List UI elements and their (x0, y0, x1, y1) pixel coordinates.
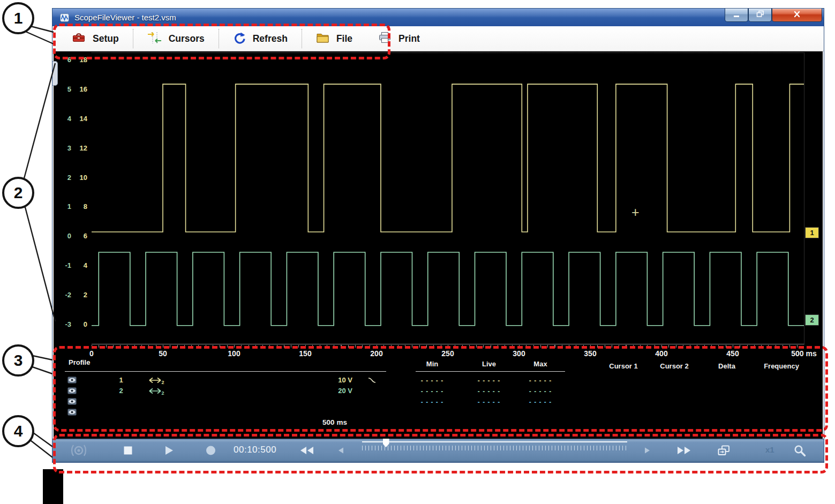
x-tick-label: 150 (299, 349, 311, 358)
toolbar-button-file[interactable]: File (303, 26, 365, 51)
stop-icon (124, 446, 132, 455)
y-tick-label: -1 (57, 262, 71, 269)
step-forward-button[interactable] (643, 447, 651, 455)
callout-1: 1 (2, 2, 34, 34)
title-bar[interactable]: ScopeFileViewer - test2.vsm (52, 9, 824, 26)
toolbar-separator (133, 29, 133, 48)
playback-toolbar: 00:10:500 x1 (52, 439, 824, 462)
y-tick-label: 0 (57, 232, 71, 240)
live-value: - - - - - (478, 388, 500, 395)
file-folder-icon (316, 32, 329, 46)
zoom-factor-label: x1 (765, 445, 774, 454)
toolbar-button-refresh[interactable]: Refresh (220, 26, 300, 51)
waveform-canvas (92, 53, 804, 344)
step-forward-icon (643, 447, 651, 455)
y-tick-label: 4 (73, 262, 87, 269)
minimize-button[interactable] (725, 9, 748, 22)
toolbar-button-label: Refresh (253, 33, 288, 44)
toolbar-button-label: Print (398, 33, 420, 44)
visibility-eye-icon[interactable] (67, 409, 77, 416)
toolbar-button-print[interactable]: Print (365, 26, 433, 51)
toolbar: SetupCursorsRefreshFilePrint (52, 26, 824, 51)
column-header-min: Min (426, 360, 438, 368)
test-lead-arrow-icon: 2 (148, 387, 166, 395)
values-divider-line (416, 371, 565, 372)
fast-forward-button[interactable] (676, 446, 691, 455)
x-tick-label: 200 (370, 349, 382, 358)
profile-row-3: - - - - -- - - - -- - - - - (54, 397, 823, 407)
toolbar-button-cursors[interactable]: Cursors (134, 26, 217, 51)
restore-button[interactable] (748, 9, 772, 22)
visibility-eye-icon[interactable] (67, 387, 77, 394)
x-axis-tick-marks (92, 345, 804, 348)
svg-text:2: 2 (162, 380, 164, 385)
channel-2-marker[interactable]: 2 (805, 314, 819, 326)
print-icon (378, 32, 392, 46)
scope-display: 6543210-1-2-3 181614121086420 + 05010015… (54, 51, 823, 439)
max-value: - - - - - (529, 388, 552, 395)
y-tick-label: -3 (57, 321, 71, 328)
toolbar-button-label: Setup (93, 33, 119, 44)
sweep-time: 500 ms (322, 418, 347, 426)
x-axis-labels: 050100150200250300350400450500 ms (92, 349, 804, 359)
y-tick-label: 14 (73, 115, 87, 123)
y-tick-label: 1 (57, 203, 71, 210)
crosshair-marker: + (631, 206, 640, 218)
test-lead-arrow-icon: 2 (148, 377, 166, 385)
column-header-delta: Delta (718, 362, 735, 370)
minimize-icon (733, 10, 740, 20)
callout-4-label: 4 (14, 422, 23, 440)
visibility-eye-icon[interactable] (67, 377, 77, 383)
y-tick-label: 10 (73, 174, 87, 182)
column-header-max: Max (533, 360, 547, 368)
timeline-slider[interactable] (362, 441, 627, 442)
fast-forward-icon (676, 446, 691, 455)
y-tick-label: 16 (73, 86, 87, 93)
channel-scale: 20 V (305, 387, 352, 395)
callout-4: 4 (2, 415, 34, 447)
close-button[interactable] (772, 9, 822, 22)
step-back-button[interactable] (337, 447, 345, 455)
rewind-button[interactable] (299, 446, 314, 455)
camera-button[interactable] (70, 443, 87, 457)
visibility-eye-icon[interactable] (67, 398, 77, 405)
play-button[interactable] (164, 446, 174, 456)
channel-1-marker[interactable]: 1 (805, 227, 819, 238)
record-button[interactable] (206, 446, 216, 456)
max-value: - - - - - (529, 398, 552, 406)
y-tick-label: 3 (57, 145, 71, 152)
time-display: 00:10:500 (234, 445, 276, 455)
profile-row-4 (54, 408, 823, 418)
layers-button[interactable] (717, 445, 731, 456)
toolbar-button-setup[interactable]: Setup (59, 26, 132, 51)
magnifier-button[interactable] (793, 444, 806, 457)
y-axis-channel1-ticks: 181614121086420 (73, 56, 87, 328)
column-header-live: Live (482, 360, 496, 368)
y-tick-label: 5 (57, 86, 71, 93)
magnifier-icon (793, 444, 806, 457)
y-tick-label: 2 (57, 174, 71, 182)
annotated-screenshot-page: 1 2 3 4 ScopeFileViewer - test2.vsm Setu… (0, 0, 835, 504)
min-value: - - - - - (421, 377, 443, 385)
record-icon (206, 446, 216, 456)
x-tick-label: 0 (89, 349, 94, 358)
x-tick-label: 250 (441, 349, 454, 358)
cursors-icon (147, 32, 162, 46)
camera-icon (70, 443, 87, 457)
toolbar-separator (219, 29, 219, 48)
channel-number: 1 (119, 376, 123, 384)
waveform-channel-1 (92, 84, 804, 232)
column-header-cursor-1: Cursor 1 (609, 362, 637, 370)
waveform-channel-2 (92, 252, 804, 326)
y-axis-channel2-ticks: 6543210-1-2-3 (57, 56, 71, 328)
y-tick-label: 6 (57, 56, 71, 64)
column-header-cursor-2: Cursor 2 (660, 362, 688, 370)
y-tick-label: 4 (57, 115, 71, 123)
scope-plot-area[interactable]: + (92, 52, 804, 344)
setup-toolbox-icon (72, 32, 86, 46)
x-tick-label: 500 ms (791, 349, 816, 358)
stop-button[interactable] (124, 446, 132, 455)
profile-row-1: 1210 V- - - - -- - - - -- - - - - (54, 376, 823, 386)
channel-scale: 10 V (305, 376, 352, 384)
profile-row-2: 2220 V- - - - -- - - - -- - - - - (54, 387, 823, 396)
